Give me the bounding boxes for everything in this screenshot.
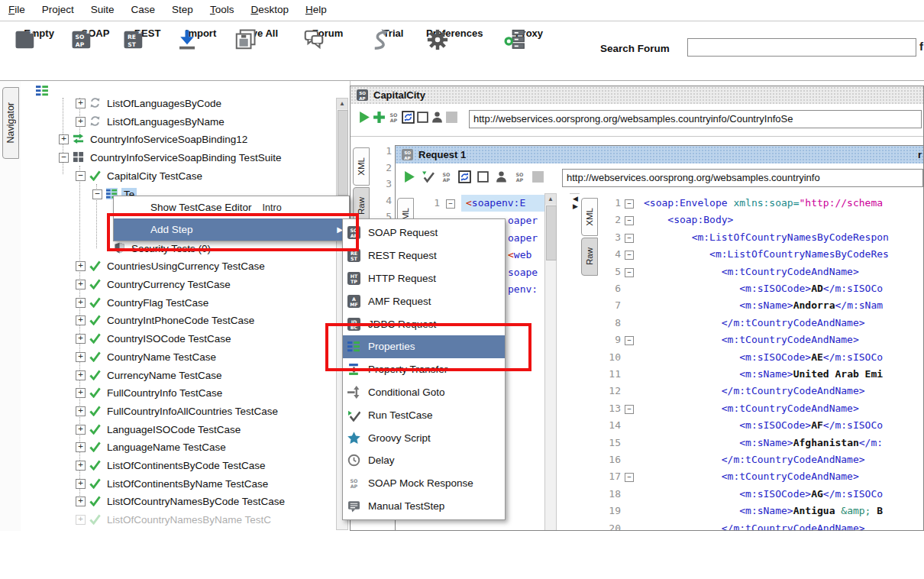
- submenu-item-groovy-script[interactable]: Groovy Script: [343, 426, 505, 449]
- tree-row[interactable]: +ListOfContinentsByName TestCase: [21, 475, 334, 493]
- plus-icon[interactable]: [373, 111, 386, 124]
- fold-toggle[interactable]: −: [625, 251, 634, 260]
- submenu-item-run-testcase[interactable]: Run TestCase: [343, 403, 505, 426]
- tree-row[interactable]: +ListOfLanguagesByCode: [21, 95, 334, 112]
- fold-toggle[interactable]: −: [625, 199, 634, 209]
- toolbar-button-preferences[interactable]: Preferences: [426, 26, 477, 39]
- gray-square-icon[interactable]: [445, 111, 458, 124]
- submenu-item-soap-request[interactable]: SOAPSOAP Request: [343, 222, 505, 244]
- toolbar-button-forum[interactable]: Forum: [302, 26, 353, 39]
- tree-expander[interactable]: +: [76, 334, 86, 344]
- toolbar-button-proxy[interactable]: Proxy: [504, 26, 554, 39]
- tab-raw-response[interactable]: Raw: [581, 238, 598, 276]
- tree-expander[interactable]: +: [76, 497, 86, 506]
- tab-xml-outer[interactable]: XML: [353, 147, 370, 186]
- toolbar-button-save-all[interactable]: Save All: [234, 26, 284, 39]
- tree-expander[interactable]: +: [59, 134, 69, 144]
- gray-square-icon[interactable]: [531, 170, 544, 183]
- scroll-up-button[interactable]: ▲: [337, 99, 347, 109]
- tree-expander[interactable]: +: [76, 315, 86, 325]
- tree-expander[interactable]: −: [76, 171, 86, 181]
- soap-mini-icon[interactable]: SOAP: [387, 111, 400, 124]
- tree-expander[interactable]: +: [76, 442, 86, 452]
- tree-row[interactable]: +CountryFlag TestCase: [21, 294, 334, 312]
- submenu-item-conditional-goto[interactable]: Conditional Goto: [343, 381, 505, 404]
- tree-row[interactable]: +CountryInfoServiceSoapBinding12: [21, 131, 334, 148]
- fold-toggle[interactable]: −: [625, 405, 634, 414]
- submit-icon[interactable]: [422, 170, 435, 183]
- menu-item-help[interactable]: Help: [297, 0, 335, 15]
- menu-item-tools[interactable]: Tools: [202, 0, 243, 15]
- tree-row[interactable]: +FullCountryInfoAllCountries TestCase: [21, 403, 334, 420]
- submenu-item-http-request[interactable]: HTTPHTTP Request: [343, 267, 505, 290]
- tree-row[interactable]: +FullCountryInfo TestCase: [21, 384, 334, 402]
- context-menu-item-show-testcase-editor[interactable]: Show TestCase EditorIntro: [114, 196, 349, 218]
- validate-icon[interactable]: [458, 170, 471, 183]
- soap-mini-icon[interactable]: SOAP: [513, 170, 526, 183]
- menu-item-suite[interactable]: Suite: [82, 0, 123, 15]
- submenu-item-jdbc-request[interactable]: JDBCJDBC Request: [343, 312, 505, 335]
- fold-toggle[interactable]: −: [446, 199, 455, 209]
- tree-expander[interactable]: +: [76, 298, 86, 308]
- toolbar-button-rest[interactable]: REST*REST: [122, 26, 173, 39]
- soap-mini-icon[interactable]: SOAP: [440, 170, 453, 183]
- fold-toggle[interactable]: −: [625, 473, 634, 482]
- square-outline-icon[interactable]: [416, 111, 429, 124]
- tree-row[interactable]: +LanguageName TestCase: [21, 438, 334, 456]
- fold-toggle[interactable]: −: [625, 234, 634, 243]
- play-icon[interactable]: [358, 111, 371, 124]
- endpoint-url-field[interactable]: http://webservices.oorsprong.org/websamp…: [469, 110, 922, 128]
- tree-expander[interactable]: +: [76, 370, 86, 380]
- search-forum-input[interactable]: [687, 38, 916, 57]
- tree-expander[interactable]: +: [76, 515, 86, 525]
- submenu-item-amf-request[interactable]: AMFAMF Request: [343, 290, 505, 312]
- tab-xml-response[interactable]: XML: [581, 198, 598, 236]
- toolbar-button-import[interactable]: Import: [176, 26, 226, 39]
- request-editor-scrollbar[interactable]: ▲: [544, 193, 557, 531]
- tree-row[interactable]: +LanguageISOCode TestCase: [21, 421, 334, 438]
- tree-expander[interactable]: +: [76, 99, 86, 108]
- navigator-tab[interactable]: Navigator: [2, 87, 19, 159]
- menu-item-desktop[interactable]: Desktop: [242, 0, 297, 15]
- menu-item-case[interactable]: Case: [123, 0, 164, 15]
- toolbar-button-trial[interactable]: Trial: [368, 26, 418, 39]
- tree-expander[interactable]: −: [59, 153, 69, 163]
- scroll-up-button[interactable]: ▲: [545, 194, 556, 205]
- person-icon[interactable]: [495, 170, 508, 183]
- tree-expander[interactable]: +: [76, 479, 86, 489]
- request1-titlebar[interactable]: SOAP Request 1 r: [396, 146, 923, 163]
- fold-toggle[interactable]: −: [625, 268, 634, 277]
- submenu-item-properties[interactable]: Properties: [343, 335, 505, 358]
- submenu-item-manual-teststep[interactable]: Manual TestStep: [343, 495, 505, 518]
- tree-expander[interactable]: +: [76, 406, 86, 416]
- validate-icon[interactable]: [402, 111, 415, 124]
- fold-toggle[interactable]: −: [625, 336, 634, 345]
- tree-expander[interactable]: +: [76, 388, 86, 398]
- tree-row[interactable]: +CountryIntPhoneCode TestCase: [21, 312, 334, 329]
- toolbar-button-soap[interactable]: SOAP*SOAP: [70, 26, 121, 39]
- tree-row[interactable]: +CurrencyName TestCase: [21, 367, 334, 384]
- menu-item-project[interactable]: Project: [34, 0, 82, 15]
- toolbar-button-empty[interactable]: *Empty: [14, 26, 64, 39]
- fold-toggle[interactable]: −: [625, 216, 634, 225]
- tree-expander[interactable]: +: [76, 425, 86, 435]
- menu-item-step[interactable]: Step: [163, 0, 202, 15]
- tree-expander[interactable]: +: [76, 461, 86, 471]
- request-endpoint-url-field[interactable]: http://webservices.oorsprong.org/websamp…: [562, 169, 923, 187]
- tree-row[interactable]: +ListOfLanguagesByName: [21, 113, 334, 131]
- tree-row[interactable]: +CountryName TestCase: [21, 348, 334, 366]
- tree-expander[interactable]: +: [76, 280, 86, 290]
- tree-expander[interactable]: +: [76, 261, 86, 271]
- tree-expander[interactable]: −: [92, 189, 102, 199]
- submenu-item-rest-request[interactable]: RESTREST Request: [343, 244, 505, 267]
- tree-row[interactable]: Security Tests (0): [21, 240, 334, 257]
- menu-item-file[interactable]: File: [0, 0, 34, 15]
- tree-expander[interactable]: +: [76, 117, 86, 127]
- tree-row[interactable]: +ListOfContinentsByCode TestCase: [21, 457, 334, 474]
- tree-row[interactable]: −CapitalCity TestCase: [21, 167, 334, 185]
- capitalcity-titlebar[interactable]: SOAP CapitalCity: [351, 86, 923, 104]
- response-editor[interactable]: XML Raw 1−<soap:Envelope xmlns:soap="htt…: [580, 193, 924, 531]
- submenu-item-property-transfer[interactable]: Property Transfer: [343, 358, 505, 381]
- person-icon[interactable]: [431, 111, 444, 124]
- tree-row[interactable]: +ListOfCountryNamesByCode TestCase: [21, 493, 334, 510]
